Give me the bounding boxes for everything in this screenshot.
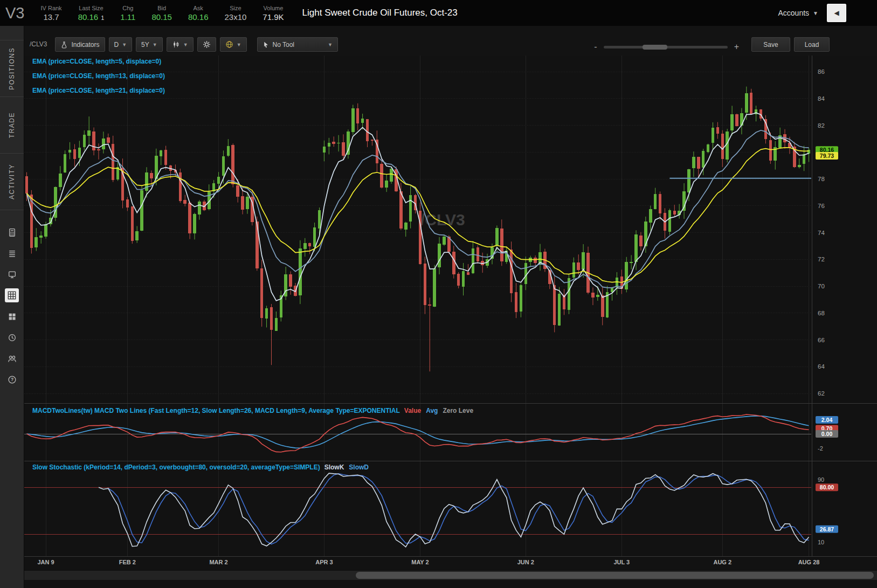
legend-slowk: SlowK	[324, 464, 344, 471]
stoch-study-text: Slow Stochastic (kPeriod=14, dPeriod=3, …	[32, 464, 320, 471]
svg-text:JUN 2: JUN 2	[517, 559, 534, 565]
chart-panel: /CLV3 Indicators D ▼ 5Y ▼ ▼	[24, 26, 877, 588]
monitor-icon[interactable]	[5, 267, 19, 281]
help-icon[interactable]: ?	[5, 372, 19, 386]
timeframe-dropdown[interactable]: D ▼	[109, 37, 133, 52]
save-button[interactable]: Save	[751, 37, 790, 52]
svg-text:86: 86	[818, 68, 825, 75]
zoom-slider-handle[interactable]	[643, 45, 667, 50]
zoom-control: - +	[594, 42, 739, 52]
instrument-description: Light Sweet Crude Oil Futures, Oct-23	[302, 8, 458, 18]
timeframe-value: D	[114, 41, 119, 49]
clock-icon[interactable]	[5, 330, 19, 344]
drawing-tool-dropdown[interactable]: No Tool ▼	[257, 37, 338, 52]
svg-text:72: 72	[818, 256, 825, 262]
zoom-slider[interactable]	[604, 46, 728, 49]
sidebar-tab-positions[interactable]: POSITIONS	[0, 40, 24, 97]
study-label-stochastic[interactable]: Slow Stochastic (kPeriod=14, dPeriod=3, …	[32, 464, 369, 471]
collapse-panel-button[interactable]: ◀	[827, 4, 846, 22]
legend-value: Value	[404, 407, 421, 414]
quote-field-label: Size	[224, 5, 246, 11]
quote-header: /CLV3 IV Rank13.7Last Size80.161Chg1.11B…	[0, 0, 877, 26]
svg-text:64: 64	[818, 363, 825, 370]
sidebar-tab-trade[interactable]: TRADE	[0, 97, 24, 154]
indicators-flask-icon	[60, 41, 68, 49]
study-label-ema21[interactable]: EMA (price=CLOSE, length=21, displace=0)	[32, 87, 165, 94]
svg-text:82: 82	[818, 122, 825, 129]
chart-area[interactable]: /CLV36264666870727476788082848680.1679.7…	[24, 56, 877, 588]
svg-text:76: 76	[818, 203, 825, 209]
study-label-macd[interactable]: MACDTwoLines(tw) MACD Two Lines (Fast Le…	[32, 407, 473, 414]
chevron-down-icon: ▼	[183, 42, 188, 47]
dashboard-icon[interactable]	[5, 309, 19, 323]
chart-canvas[interactable]: /CLV36264666870727476788082848680.1679.7…	[24, 56, 877, 570]
indicators-button[interactable]: Indicators	[55, 37, 105, 52]
quote-iv-rank: IV Rank13.7	[40, 5, 61, 22]
chevron-down-icon: ▼	[153, 42, 157, 47]
quote-field-value: 13.7	[40, 12, 61, 22]
quote-field-value: 80.161	[78, 12, 105, 22]
study-label-ema5[interactable]: EMA (price=CLOSE, length=5, displace=0)	[32, 58, 161, 65]
accounts-dropdown[interactable]: Accounts ▼	[778, 9, 819, 17]
quote-field-value: 71.9K	[263, 12, 284, 22]
svg-text:2.04: 2.04	[821, 417, 833, 423]
chart-style-dropdown[interactable]: ▼	[220, 37, 247, 52]
svg-text:?: ?	[10, 377, 13, 382]
svg-text:68: 68	[818, 310, 825, 316]
chart-icon[interactable]	[5, 288, 19, 302]
sidebar-tabs: POSITIONS TRADE ACTIVITY	[0, 40, 24, 210]
pointer-icon	[263, 41, 270, 49]
quote-last-size: Last Size80.161	[78, 5, 105, 22]
zoom-out-button[interactable]: -	[594, 42, 597, 52]
price-axis: 6264666870727476788082848680.1679.73	[816, 68, 838, 397]
watchlist-icon[interactable]	[5, 246, 19, 260]
svg-text:79.73: 79.73	[820, 153, 834, 159]
quote-field-label: Volume	[263, 5, 284, 11]
accounts-label: Accounts	[778, 9, 810, 17]
svg-text:AUG 28: AUG 28	[798, 559, 820, 565]
globe-style-icon	[225, 40, 233, 49]
quote-ask: Ask80.16	[188, 5, 209, 22]
quote-field-extra: 1	[101, 15, 104, 21]
stoch-slowd-line	[108, 474, 809, 544]
overlay-ema13-line	[27, 130, 809, 288]
svg-text:78: 78	[818, 176, 825, 182]
toolbar-symbol-label: /CLV3	[30, 40, 47, 48]
macd-study-text: MACDTwoLines(tw) MACD Two Lines (Fast Le…	[32, 407, 400, 414]
svg-text:10: 10	[818, 539, 824, 545]
trading-platform-window: { "header": { "symbol_main": "/CL", "sym…	[0, 0, 877, 588]
svg-text:JAN 9: JAN 9	[37, 559, 54, 565]
sidebar-icon-column: ?	[0, 225, 24, 386]
horizontal-scrollbar[interactable]	[24, 570, 877, 580]
quote-volume: Volume71.9K	[263, 5, 284, 22]
quote-field-value: 80.16	[188, 12, 209, 22]
range-dropdown[interactable]: 5Y ▼	[136, 37, 163, 52]
zoom-in-button[interactable]: +	[734, 42, 739, 52]
scrollbar-handle[interactable]	[356, 572, 874, 579]
chart-toolbar: /CLV3 Indicators D ▼ 5Y ▼ ▼	[24, 26, 877, 56]
svg-text:0.00: 0.00	[821, 431, 833, 437]
people-icon[interactable]	[5, 351, 19, 365]
calculator-icon[interactable]	[5, 225, 19, 239]
chart-type-dropdown[interactable]: ▼	[167, 37, 194, 52]
quote-field-value: 1.11	[120, 12, 135, 22]
chevron-left-icon: ◀	[834, 9, 839, 17]
chart-settings-button[interactable]	[197, 37, 216, 52]
sidebar-tab-activity[interactable]: ACTIVITY	[0, 154, 24, 210]
study-label-ema13[interactable]: EMA (price=CLOSE, length=13, displace=0)	[32, 72, 165, 80]
svg-text:JUL 3: JUL 3	[613, 559, 630, 565]
chevron-down-icon: ▼	[237, 42, 241, 47]
stochastic-pane: 901080.0026.87	[24, 473, 838, 547]
svg-text:66: 66	[818, 337, 825, 343]
svg-text:74: 74	[818, 230, 825, 236]
candlesticks	[25, 87, 811, 372]
quote-field-label: Ask	[188, 5, 209, 11]
quote-field-label: Last Size	[78, 5, 105, 11]
symbol-title: /CLV3	[5, 4, 24, 22]
quote-field-label: Chg	[120, 5, 135, 11]
svg-text:APR 3: APR 3	[315, 559, 333, 565]
left-sidebar: POSITIONS TRADE ACTIVITY	[0, 26, 24, 588]
load-button[interactable]: Load	[794, 37, 830, 52]
legend-zero-leve: Zero Leve	[443, 407, 473, 414]
quote-field-value: 23x10	[224, 12, 246, 22]
